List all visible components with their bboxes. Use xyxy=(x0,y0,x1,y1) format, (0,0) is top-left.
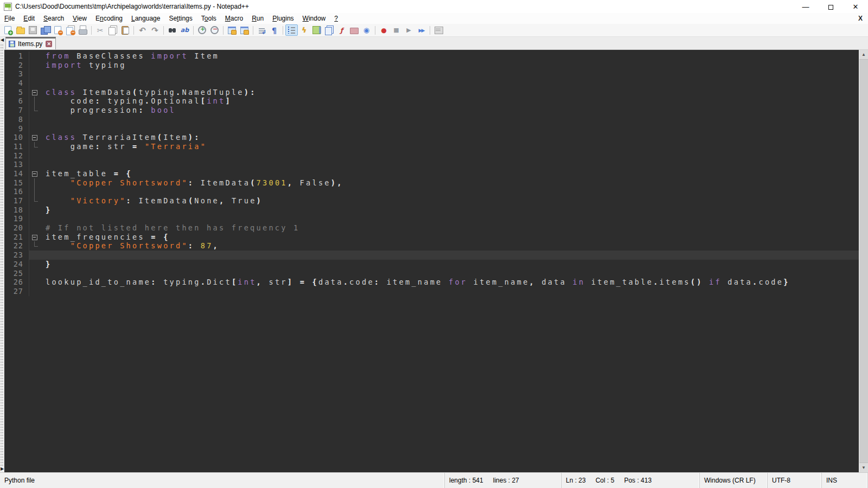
menu-file[interactable]: File xyxy=(0,14,19,23)
code-line[interactable]: 1from BaseClasses import Item xyxy=(4,52,859,61)
menu-language[interactable]: Language xyxy=(127,14,164,23)
line-number[interactable]: 1 xyxy=(4,52,29,61)
tab-items-py[interactable]: Items.py ✕ xyxy=(5,37,56,49)
dock-collapse-right-icon[interactable]: ▶ xyxy=(0,467,4,471)
line-number[interactable]: 12 xyxy=(4,151,29,160)
tab-close-icon[interactable]: ✕ xyxy=(46,41,52,47)
menu-search[interactable]: Search xyxy=(39,14,68,23)
zoom-in-button[interactable] xyxy=(196,24,208,36)
document-list-button[interactable] xyxy=(323,24,335,36)
line-number[interactable]: 9 xyxy=(4,124,29,133)
code-line[interactable]: 2import typing xyxy=(4,61,859,70)
code-line[interactable]: 19 xyxy=(4,214,859,223)
sync-vertical-button[interactable] xyxy=(226,24,238,36)
show-all-characters-button[interactable]: ¶ xyxy=(268,24,280,36)
vertical-scrollbar[interactable]: ▲ ▼ xyxy=(859,50,868,472)
code-line[interactable]: 22 "Copper Shortsword": 87, xyxy=(4,241,859,251)
line-number[interactable]: 2 xyxy=(4,61,29,70)
line-number[interactable]: 5 xyxy=(4,88,29,97)
line-number[interactable]: 14 xyxy=(4,169,29,178)
code-lines[interactable]: 1from BaseClasses import Item2import typ… xyxy=(4,50,859,472)
close-button[interactable]: ✕ xyxy=(843,0,868,13)
sync-horizontal-button[interactable] xyxy=(238,24,251,36)
redo-button[interactable]: ↷ xyxy=(149,24,161,36)
code-line[interactable]: 5class ItemData(typing.NamedTuple): xyxy=(4,88,859,97)
menu-plugins[interactable]: Plugins xyxy=(268,14,298,23)
line-number[interactable]: 16 xyxy=(4,187,29,196)
menu-close-document-icon[interactable]: X xyxy=(858,15,863,22)
code-line[interactable]: 18} xyxy=(4,206,859,215)
menu-tools[interactable]: Tools xyxy=(197,14,221,23)
line-number[interactable]: 27 xyxy=(4,287,29,296)
zoom-out-button[interactable] xyxy=(208,24,221,36)
code-line[interactable]: 3 xyxy=(4,69,859,79)
print-button[interactable] xyxy=(76,24,89,36)
line-number[interactable]: 17 xyxy=(4,196,29,206)
dock-panel-edge[interactable]: ◀ ▶ xyxy=(0,37,4,472)
macro-record-button[interactable]: ● xyxy=(378,24,390,36)
replace-button[interactable]: ab xyxy=(178,24,191,36)
scroll-up-icon[interactable]: ▲ xyxy=(859,50,868,59)
fold-marker-icon[interactable] xyxy=(29,88,41,97)
menu-window[interactable]: Window xyxy=(298,14,330,23)
menu-run[interactable]: Run xyxy=(247,14,268,23)
code-line[interactable]: 13 xyxy=(4,160,859,169)
line-number[interactable]: 25 xyxy=(4,269,29,278)
save-all-button[interactable] xyxy=(39,24,52,36)
code-line[interactable]: 15 "Copper Shortsword": ItemData(73001, … xyxy=(4,178,859,188)
code-line[interactable]: 21item_frequencies = { xyxy=(4,233,859,242)
code-line[interactable]: 6 code: typing.Optional[int] xyxy=(4,97,859,106)
code-line[interactable]: 17 "Victory": ItemData(None, True) xyxy=(4,196,859,206)
menu-edit[interactable]: Edit xyxy=(19,14,39,23)
line-number[interactable]: 15 xyxy=(4,178,29,188)
menu-help[interactable]: ? xyxy=(330,14,342,23)
word-wrap-button[interactable] xyxy=(256,24,268,36)
undo-button[interactable]: ↶ xyxy=(136,24,149,36)
save-file-button[interactable] xyxy=(27,24,39,36)
code-line[interactable]: 24} xyxy=(4,260,859,269)
code-line[interactable]: 9 xyxy=(4,124,859,133)
folder-as-workspace-button[interactable] xyxy=(348,24,360,36)
close-all-button[interactable] xyxy=(64,24,76,36)
code-line[interactable]: 11 game: str = "Terraria" xyxy=(4,142,859,151)
line-number[interactable]: 19 xyxy=(4,214,29,223)
restore-button[interactable] xyxy=(818,0,843,13)
code-line[interactable]: 4 xyxy=(4,79,859,88)
indent-guide-button[interactable] xyxy=(285,24,298,36)
code-line[interactable]: 20# If not listed here then has frequenc… xyxy=(4,223,859,233)
scroll-down-icon[interactable]: ▼ xyxy=(859,463,868,472)
line-number[interactable]: 11 xyxy=(4,142,29,151)
code-line[interactable]: 8 xyxy=(4,115,859,124)
menu-settings[interactable]: Settings xyxy=(164,14,196,23)
line-number[interactable]: 23 xyxy=(4,251,29,260)
code-line[interactable]: 27 xyxy=(4,287,859,296)
document-map-button[interactable] xyxy=(310,24,323,36)
macro-play-button[interactable]: ▶ xyxy=(403,24,415,36)
macro-save-button[interactable] xyxy=(432,24,445,36)
fold-marker-icon[interactable] xyxy=(29,169,41,178)
code-line[interactable]: 10class TerrariaItem(Item): xyxy=(4,133,859,142)
line-number[interactable]: 22 xyxy=(4,241,29,251)
code-line[interactable]: 14item_table = { xyxy=(4,169,859,178)
line-number[interactable]: 4 xyxy=(4,79,29,88)
code-line[interactable]: 7 progression: bool xyxy=(4,106,859,115)
code-line[interactable]: 23 xyxy=(4,251,859,260)
fold-marker-icon[interactable] xyxy=(29,133,41,142)
line-number[interactable]: 13 xyxy=(4,160,29,169)
line-number[interactable]: 18 xyxy=(4,206,29,215)
minimize-button[interactable]: — xyxy=(793,0,818,13)
line-number[interactable]: 24 xyxy=(4,260,29,269)
macro-stop-button[interactable]: ■ xyxy=(390,24,403,36)
line-number[interactable]: 8 xyxy=(4,115,29,124)
line-number[interactable]: 7 xyxy=(4,106,29,115)
close-file-button[interactable] xyxy=(52,24,64,36)
line-number[interactable]: 20 xyxy=(4,223,29,233)
cut-button[interactable]: ✂ xyxy=(94,24,106,36)
menu-view[interactable]: View xyxy=(68,14,91,23)
scrollbar-thumb[interactable] xyxy=(859,59,868,463)
line-number[interactable]: 6 xyxy=(4,97,29,106)
function-list-button[interactable]: ƒ xyxy=(335,24,348,36)
fold-marker-icon[interactable] xyxy=(29,233,41,242)
macro-run-multiple-button[interactable]: ▶▶ xyxy=(415,24,427,36)
line-number[interactable]: 21 xyxy=(4,233,29,242)
